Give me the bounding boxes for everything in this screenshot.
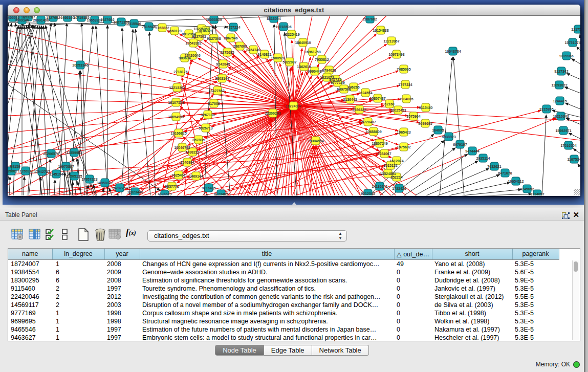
svg-text:1615152: 1615152 xyxy=(383,164,397,167)
svg-text:6794028: 6794028 xyxy=(322,69,336,72)
svg-text:17359924: 17359924 xyxy=(66,151,82,155)
svg-text:9146821: 9146821 xyxy=(257,53,271,56)
svg-text:164095: 164095 xyxy=(432,128,444,132)
svg-text:17016504: 17016504 xyxy=(560,144,576,147)
svg-text:10807487: 10807487 xyxy=(369,97,385,100)
svg-text:3267130: 3267130 xyxy=(201,113,214,117)
svg-text:989634: 989634 xyxy=(179,56,190,60)
svg-text:10975867: 10975867 xyxy=(58,165,74,168)
svg-text:1167534: 1167534 xyxy=(568,158,580,161)
svg-text:2718176: 2718176 xyxy=(173,70,187,74)
svg-text:18724007: 18724007 xyxy=(286,104,301,108)
svg-text:18640910: 18640910 xyxy=(295,41,311,45)
svg-text:9115460: 9115460 xyxy=(419,106,433,110)
svg-text:7515546: 7515546 xyxy=(142,25,156,29)
svg-text:2867608: 2867608 xyxy=(233,45,247,48)
svg-text:16210643: 16210643 xyxy=(553,115,569,118)
svg-text:1984035: 1984035 xyxy=(399,97,413,101)
svg-text:9990448: 9990448 xyxy=(308,70,321,73)
svg-text:15751074: 15751074 xyxy=(564,41,580,45)
svg-text:16053809: 16053809 xyxy=(206,18,222,21)
svg-text:857833: 857833 xyxy=(192,138,204,142)
svg-text:10654112: 10654112 xyxy=(508,180,524,183)
svg-text:14136141: 14136141 xyxy=(372,185,387,188)
svg-text:8660123: 8660123 xyxy=(167,29,181,33)
svg-text:9227342: 9227342 xyxy=(554,70,568,73)
svg-text:9134057: 9134057 xyxy=(530,192,544,196)
svg-text:16782759: 16782759 xyxy=(112,186,127,190)
svg-text:12093872: 12093872 xyxy=(551,83,567,87)
svg-text:7515546: 7515546 xyxy=(127,22,141,26)
svg-text:817006: 817006 xyxy=(208,102,220,105)
svg-text:746266: 746266 xyxy=(347,85,359,89)
svg-text:7955812: 7955812 xyxy=(315,58,329,61)
svg-text:2935114: 2935114 xyxy=(476,157,490,160)
svg-text:9245012: 9245012 xyxy=(158,193,171,196)
svg-text:15720407: 15720407 xyxy=(360,120,376,124)
svg-text:13325419: 13325419 xyxy=(284,33,299,36)
svg-text:1244415: 1244415 xyxy=(553,99,567,103)
svg-text:7986322: 7986322 xyxy=(352,108,366,112)
svg-text:1965423: 1965423 xyxy=(397,130,410,134)
svg-text:62160: 62160 xyxy=(384,102,395,106)
svg-text:7485065: 7485065 xyxy=(397,68,410,71)
svg-text:1797234: 1797234 xyxy=(398,83,412,86)
svg-text:18807249: 18807249 xyxy=(372,142,387,145)
svg-text:19218506: 19218506 xyxy=(275,25,291,29)
svg-text:2867546: 2867546 xyxy=(224,36,237,40)
svg-text:20206576: 20206576 xyxy=(43,152,59,156)
svg-text:23300203: 23300203 xyxy=(265,112,280,115)
svg-text:1540994: 1540994 xyxy=(180,161,194,164)
svg-text:9716485: 9716485 xyxy=(202,186,215,190)
svg-text:1362615: 1362615 xyxy=(297,65,311,69)
svg-text:1588520: 1588520 xyxy=(271,56,285,60)
svg-text:10958107: 10958107 xyxy=(97,181,113,185)
svg-text:17942737: 17942737 xyxy=(34,170,50,173)
svg-text:2887682: 2887682 xyxy=(363,17,377,21)
svg-text:8123405: 8123405 xyxy=(214,192,228,196)
svg-text:7632621: 7632621 xyxy=(487,165,501,168)
svg-text:8215955: 8215955 xyxy=(539,107,553,111)
svg-text:7357224: 7357224 xyxy=(226,26,240,29)
svg-text:1498222: 1498222 xyxy=(185,150,199,154)
svg-text:12213363: 12213363 xyxy=(169,86,185,90)
svg-text:8454749: 8454749 xyxy=(246,48,260,52)
svg-text:8471676: 8471676 xyxy=(498,171,512,175)
svg-text:12823446: 12823446 xyxy=(127,190,143,194)
svg-text:5875685: 5875685 xyxy=(220,51,234,54)
svg-text:7625402: 7625402 xyxy=(171,173,185,177)
svg-text:1527602: 1527602 xyxy=(46,16,60,19)
svg-text:9699695: 9699695 xyxy=(418,122,432,125)
svg-text:19384554: 19384554 xyxy=(308,139,323,143)
svg-text:6679197: 6679197 xyxy=(453,143,467,146)
svg-text:2803144: 2803144 xyxy=(215,77,229,80)
svg-text:15692971: 15692971 xyxy=(555,129,571,133)
svg-text:252214: 252214 xyxy=(390,176,402,179)
svg-text:16648784: 16648784 xyxy=(445,50,461,53)
svg-text:1217534: 1217534 xyxy=(571,28,580,31)
svg-text:9827503: 9827503 xyxy=(192,35,206,38)
svg-text:19654935: 19654935 xyxy=(168,115,184,119)
svg-text:9327508: 9327508 xyxy=(207,37,221,40)
svg-text:1145194: 1145194 xyxy=(50,172,63,176)
svg-text:6466160: 6466160 xyxy=(60,16,74,19)
svg-text:9084067: 9084067 xyxy=(377,152,391,156)
svg-text:13524851: 13524851 xyxy=(380,172,396,176)
svg-text:3624554: 3624554 xyxy=(358,91,372,95)
svg-text:9777169: 9777169 xyxy=(331,81,344,84)
svg-text:1612074: 1612074 xyxy=(389,159,403,163)
svg-text:16107553: 16107553 xyxy=(168,101,184,104)
svg-text:9329966: 9329966 xyxy=(559,54,573,58)
svg-text:12213967: 12213967 xyxy=(383,39,399,43)
svg-text:5322037: 5322037 xyxy=(282,60,296,64)
svg-text:8427552: 8427552 xyxy=(210,89,224,93)
svg-text:16154838: 16154838 xyxy=(373,29,388,32)
svg-text:1527602: 1527602 xyxy=(100,18,114,21)
svg-text:5326713: 5326713 xyxy=(199,126,212,130)
svg-text:10046748: 10046748 xyxy=(174,146,190,149)
svg-text:9575964: 9575964 xyxy=(406,115,420,118)
svg-text:10688609: 10688609 xyxy=(365,130,381,134)
svg-text:17957223: 17957223 xyxy=(81,178,97,181)
svg-text:9242845: 9242845 xyxy=(216,62,230,66)
svg-text:2009146: 2009146 xyxy=(15,18,29,22)
